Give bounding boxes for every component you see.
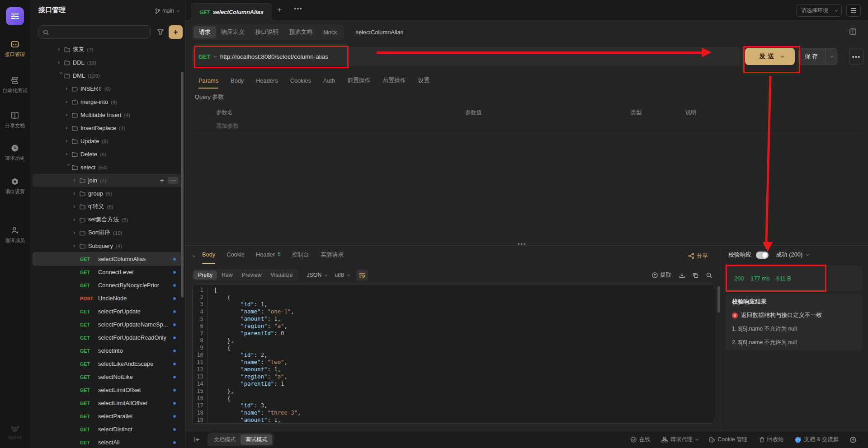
filter-button[interactable]	[155, 26, 166, 38]
request-config-tab[interactable]: 后置操作	[382, 77, 406, 86]
response-tab[interactable]: 实际请求	[321, 251, 344, 260]
tree-item[interactable]: › InsertReplace (4) + ⋯	[33, 121, 182, 135]
rail-item-automated-testing[interactable]: 自动化测试	[0, 76, 30, 94]
encoding-select[interactable]: utf8	[335, 272, 349, 278]
tree-item[interactable]: › GET selectForUpdate + ⋯	[33, 305, 182, 318]
docs-community-button[interactable]: 文档 & 交流群	[795, 436, 839, 443]
save-button[interactable]: 保存	[798, 48, 837, 65]
search-response-button[interactable]	[706, 272, 712, 278]
format-tab[interactable]: Preview	[237, 271, 266, 280]
search-input[interactable]	[38, 25, 151, 39]
subtab[interactable]: Mock	[318, 27, 343, 38]
format-tab[interactable]: Pretty	[193, 271, 217, 280]
tree-item[interactable]: › Update (8) + ⋯	[33, 135, 182, 148]
collapse-response-button[interactable]	[192, 253, 194, 258]
save-options-button[interactable]	[826, 48, 837, 65]
tab-selectcolumnalias[interactable]: GET selectColumnAlias	[191, 3, 272, 21]
request-config-tab[interactable]: Cookies	[290, 77, 311, 86]
more-actions-button[interactable]: ⋯	[168, 177, 178, 184]
rail-item-invite-members[interactable]: 邀请成员	[0, 226, 30, 244]
add-in-folder-button[interactable]: +	[160, 177, 164, 185]
split-panel-button[interactable]	[849, 28, 856, 37]
tree-item[interactable]: › Sort排序 (10) + ⋯	[33, 226, 182, 239]
rail-item-api-management[interactable]: 接口管理	[0, 40, 30, 58]
tree-item[interactable]: › q'转义 (6) + ⋯	[33, 200, 182, 213]
rail-item-project-settings[interactable]: 项目设置	[0, 177, 30, 195]
tree-item[interactable]: › merge-into (4) + ⋯	[33, 95, 182, 108]
tree-item[interactable]: › join (7) + ⋯	[33, 174, 182, 187]
method-select[interactable]: GET	[192, 53, 220, 60]
upgrade-button[interactable]	[850, 437, 856, 443]
tree-item[interactable]: › DML (109) + ⋯	[33, 69, 182, 82]
request-more-button[interactable]: •••	[849, 48, 863, 65]
tree-item[interactable]: › set集合方法 (5) + ⋯	[33, 213, 182, 226]
tree-item[interactable]: › DDL (13) + ⋯	[33, 56, 182, 69]
request-config-tab[interactable]: Headers	[256, 77, 278, 86]
add-api-button[interactable]: +	[169, 25, 183, 39]
response-tab[interactable]: 控制台	[292, 251, 309, 260]
subtab[interactable]: 响应定义	[216, 26, 250, 38]
online-status[interactable]: 在线	[631, 436, 651, 443]
request-config-tab[interactable]: Auth	[323, 77, 335, 86]
tree-item[interactable]: › GET selectLimitAllOffset + ⋯	[33, 397, 182, 410]
request-proxy-select[interactable]: 请求代理	[661, 436, 698, 443]
add-param-button[interactable]: 添加参数	[192, 119, 861, 134]
request-config-tab[interactable]: Params	[198, 77, 218, 86]
environment-select[interactable]: 请选择环境	[796, 4, 842, 17]
recycle-bin-button[interactable]: 回收站	[759, 436, 784, 443]
format-tab[interactable]: Visualize	[266, 271, 297, 280]
word-wrap-button[interactable]	[356, 270, 368, 280]
share-response-link[interactable]: 分享	[689, 252, 708, 260]
language-select[interactable]: JSON	[307, 272, 326, 278]
tree-item[interactable]: › INSERT (6) + ⋯	[33, 82, 182, 95]
extract-button[interactable]: 提取	[652, 271, 671, 279]
validate-response-toggle[interactable]	[756, 252, 769, 259]
download-response-button[interactable]	[679, 272, 685, 278]
tree-item[interactable]: › GET selectForUpdateReadOnly + ⋯	[33, 331, 182, 344]
tab-overflow-button[interactable]: •••	[294, 5, 302, 12]
tree-item[interactable]: › 恢复 (7) + ⋯	[33, 43, 182, 56]
format-tab[interactable]: Raw	[217, 271, 237, 280]
tree-item[interactable]: › select (54) + ⋯	[33, 161, 182, 174]
url-input[interactable]: GET http://localhost:8080/select/column-…	[192, 47, 741, 66]
collapse-sidebar-button[interactable]	[194, 437, 200, 443]
sidebar-scrollbar[interactable]	[181, 72, 184, 298]
response-tab[interactable]: Body	[202, 251, 215, 260]
tree-item[interactable]: › GET selectColumnAlias + ⋯	[33, 252, 182, 266]
tree-item[interactable]: › POST UncleNode + ⋯	[33, 292, 182, 305]
tree-item[interactable]: › Multitable Insert (4) + ⋯	[33, 108, 182, 121]
subtab[interactable]: 接口说明	[250, 26, 284, 38]
request-config-tab[interactable]: Body	[231, 77, 244, 86]
expected-status-select[interactable]: 成功 (200)	[776, 251, 808, 259]
new-tab-button[interactable]: +	[277, 5, 282, 14]
branch-selector[interactable]: main	[155, 8, 179, 14]
subtab[interactable]: 预览文档	[284, 26, 318, 38]
tree-item[interactable]: › GET selectDistinct + ⋯	[33, 423, 182, 436]
request-config-tab[interactable]: 前置操作	[347, 77, 370, 86]
mode-tab[interactable]: 调试模式	[241, 434, 272, 445]
tree-item[interactable]: › GET selectInto + ⋯	[33, 344, 182, 357]
request-config-tab[interactable]: 设置	[418, 77, 430, 86]
cookie-manager-button[interactable]: Cookie 管理	[709, 436, 747, 443]
rail-item-request-history[interactable]: 请求历史	[0, 144, 30, 162]
tree-item[interactable]: › GET ConnectByNocyclePrior + ⋯	[33, 279, 182, 292]
response-tab[interactable]: Cookie	[226, 251, 245, 260]
tree-item[interactable]: › GET selectParallel + ⋯	[33, 410, 182, 423]
copy-response-button[interactable]	[693, 272, 698, 278]
tree-item[interactable]: › GET selectAll + ⋯	[33, 436, 182, 448]
response-body-editor[interactable]: 1 [ 2 { 3 "id": 1, 4 "name": "one-1", 5 …	[192, 285, 714, 424]
rail-item-share-docs[interactable]: 分享文档	[0, 111, 30, 129]
tree-item[interactable]: › GET ConnectLevel + ⋯	[33, 266, 182, 279]
window-menu-button[interactable]	[846, 4, 861, 17]
tree-item[interactable]: › GET selectNotLike + ⋯	[33, 370, 182, 383]
tree-item[interactable]: › Delete (6) + ⋯	[33, 148, 182, 161]
tree-item[interactable]: › Subquery (4) + ⋯	[33, 239, 182, 252]
tree-item[interactable]: › group (5) + ⋯	[33, 187, 182, 200]
project-logo[interactable]	[6, 7, 24, 25]
send-button[interactable]: 发送	[745, 48, 795, 65]
mode-tab[interactable]: 文档模式	[209, 434, 241, 445]
tree-item[interactable]: › GET selectLimitOffset + ⋯	[33, 383, 182, 397]
response-tab[interactable]: Header 5	[256, 251, 281, 260]
tree-item[interactable]: › GET selectForUpdateNameSp... + ⋯	[33, 318, 182, 331]
subtab[interactable]: 请求	[193, 26, 216, 38]
